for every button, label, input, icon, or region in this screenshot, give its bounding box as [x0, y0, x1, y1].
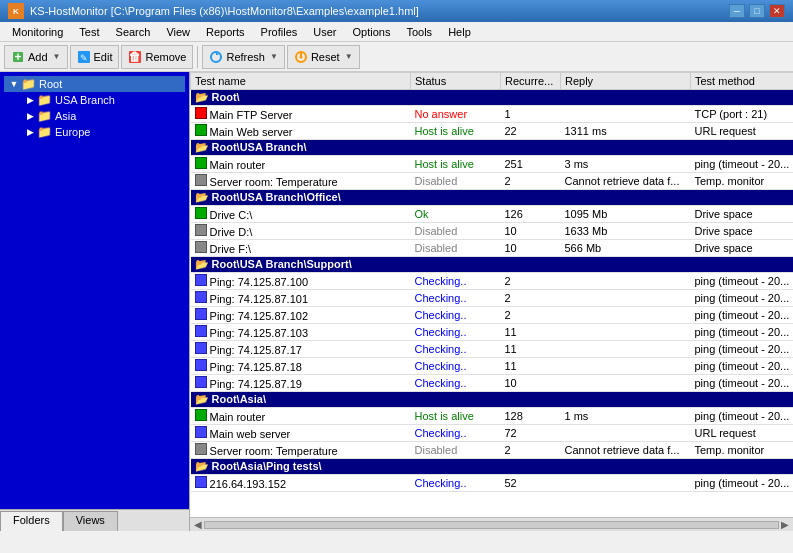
table-row[interactable]: Ping: 74.125.87.103 Checking.. 11 ping (… [191, 324, 794, 341]
tree-label: USA Branch [55, 94, 115, 106]
refresh-button[interactable]: Refresh ▼ [202, 45, 284, 69]
test-method: ping (timeout - 20... [691, 290, 794, 307]
add-button[interactable]: + Add ▼ [4, 45, 68, 69]
test-reply: 3 ms [561, 156, 691, 173]
menu-item-tools[interactable]: Tools [398, 24, 440, 40]
col-test-method[interactable]: Test method [691, 73, 794, 90]
tree-node-root[interactable]: ▼ 📁 Root [4, 76, 185, 92]
folder-tree[interactable]: ▼ 📁 Root▶ 📁 USA Branch▶ 📁 Asia▶ 📁 Europe [0, 72, 189, 509]
test-recurrence: 126 [501, 206, 561, 223]
test-status: Disabled [411, 173, 501, 190]
col-status[interactable]: Status [411, 73, 501, 90]
menu-item-profiles[interactable]: Profiles [253, 24, 306, 40]
folder-icon: 📂 [195, 393, 209, 405]
expand-icon: ▶ [24, 95, 36, 105]
table-row[interactable]: 216.64.193.152 Checking.. 52 ping (timeo… [191, 475, 794, 492]
test-name: Ping: 74.125.87.101 [191, 290, 411, 307]
test-table-container[interactable]: Test name Status Recurre... Reply Test m… [190, 72, 793, 517]
menu-item-reports[interactable]: Reports [198, 24, 253, 40]
minimize-button[interactable]: ─ [729, 4, 745, 18]
tree-label: Asia [55, 110, 76, 122]
table-row[interactable]: Main router Host is alive 128 1 ms ping … [191, 408, 794, 425]
test-recurrence: 128 [501, 408, 561, 425]
table-row[interactable]: Drive C:\ Ok 126 1095 Mb Drive space [191, 206, 794, 223]
menu-item-search[interactable]: Search [108, 24, 159, 40]
tab-folders[interactable]: Folders [0, 511, 63, 531]
table-row[interactable]: Ping: 74.125.87.101 Checking.. 2 ping (t… [191, 290, 794, 307]
test-name: Ping: 74.125.87.102 [191, 307, 411, 324]
status-indicator [195, 124, 207, 136]
status-indicator [195, 476, 207, 488]
test-method: Temp. monitor [691, 442, 794, 459]
table-row[interactable]: Ping: 74.125.87.18 Checking.. 11 ping (t… [191, 358, 794, 375]
test-method: ping (timeout - 20... [691, 324, 794, 341]
reset-icon [294, 50, 308, 64]
table-row[interactable]: 📂 Root\USA Branch\ [191, 140, 794, 156]
table-row[interactable]: Drive D:\ Disabled 10 1633 Mb Drive spac… [191, 223, 794, 240]
tree-node-asia[interactable]: ▶ 📁 Asia [4, 108, 185, 124]
test-reply [561, 106, 691, 123]
test-recurrence: 2 [501, 173, 561, 190]
test-method: Drive space [691, 240, 794, 257]
tab-views[interactable]: Views [63, 511, 118, 531]
expand-icon: ▶ [24, 111, 36, 121]
close-button[interactable]: ✕ [769, 4, 785, 18]
folder-icon: 📁 [36, 93, 52, 107]
table-row[interactable]: Ping: 74.125.87.100 Checking.. 2 ping (t… [191, 273, 794, 290]
separator-1 [197, 46, 198, 68]
table-row[interactable]: Server room: Temperature Disabled 2 Cann… [191, 173, 794, 190]
table-row[interactable]: Ping: 74.125.87.19 Checking.. 10 ping (t… [191, 375, 794, 392]
table-row[interactable]: Main router Host is alive 251 3 ms ping … [191, 156, 794, 173]
menu-item-monitoring[interactable]: Monitoring [4, 24, 71, 40]
test-recurrence: 11 [501, 341, 561, 358]
col-reply[interactable]: Reply [561, 73, 691, 90]
edit-button[interactable]: ✎ Edit [70, 45, 120, 69]
horizontal-scrollbar[interactable]: ◀ ▶ [190, 517, 793, 531]
test-status: Checking.. [411, 324, 501, 341]
remove-button[interactable]: 🗑 Remove [121, 45, 193, 69]
table-row[interactable]: Ping: 74.125.87.102 Checking.. 2 ping (t… [191, 307, 794, 324]
col-recurrence[interactable]: Recurre... [501, 73, 561, 90]
test-name: 216.64.193.152 [191, 475, 411, 492]
table-row[interactable]: Main FTP Server No answer 1 TCP (port : … [191, 106, 794, 123]
test-status: Host is alive [411, 156, 501, 173]
table-row[interactable]: Server room: Temperature Disabled 2 Cann… [191, 442, 794, 459]
menu-item-view[interactable]: View [158, 24, 198, 40]
status-indicator [195, 426, 207, 438]
test-method: URL request [691, 425, 794, 442]
add-icon: + [11, 50, 25, 64]
svg-text:✎: ✎ [80, 53, 88, 63]
table-row[interactable]: 📂 Root\ [191, 90, 794, 106]
table-row[interactable]: Ping: 74.125.87.17 Checking.. 11 ping (t… [191, 341, 794, 358]
table-row[interactable]: 📂 Root\Asia\Ping tests\ [191, 459, 794, 475]
test-recurrence: 22 [501, 123, 561, 140]
table-row[interactable]: 📂 Root\USA Branch\Office\ [191, 190, 794, 206]
test-status: Checking.. [411, 273, 501, 290]
tree-node-europe[interactable]: ▶ 📁 Europe [4, 124, 185, 140]
col-test-name[interactable]: Test name [191, 73, 411, 90]
test-status: Ok [411, 206, 501, 223]
table-row[interactable]: 📂 Root\USA Branch\Support\ [191, 257, 794, 273]
left-panel: ▼ 📁 Root▶ 📁 USA Branch▶ 📁 Asia▶ 📁 Europe… [0, 72, 190, 531]
status-indicator [195, 359, 207, 371]
table-row[interactable]: Drive F:\ Disabled 10 566 Mb Drive space [191, 240, 794, 257]
test-name: Ping: 74.125.87.17 [191, 341, 411, 358]
maximize-button[interactable]: □ [749, 4, 765, 18]
table-row[interactable]: Main web server Checking.. 72 URL reques… [191, 425, 794, 442]
test-status: Host is alive [411, 408, 501, 425]
test-name: Server room: Temperature [191, 173, 411, 190]
test-reply [561, 375, 691, 392]
test-status: Checking.. [411, 341, 501, 358]
tree-node-usa-branch[interactable]: ▶ 📁 USA Branch [4, 92, 185, 108]
test-method: ping (timeout - 20... [691, 307, 794, 324]
table-row[interactable]: 📂 Root\Asia\ [191, 392, 794, 408]
bottom-tabs: Folders Views [0, 509, 189, 531]
test-method: URL request [691, 123, 794, 140]
reset-button[interactable]: Reset ▼ [287, 45, 360, 69]
menu-item-test[interactable]: Test [71, 24, 107, 40]
menu-item-help[interactable]: Help [440, 24, 479, 40]
menu-item-user[interactable]: User [305, 24, 344, 40]
table-row[interactable]: Main Web server Host is alive 22 1311 ms… [191, 123, 794, 140]
menu-item-options[interactable]: Options [345, 24, 399, 40]
test-name: Main router [191, 156, 411, 173]
